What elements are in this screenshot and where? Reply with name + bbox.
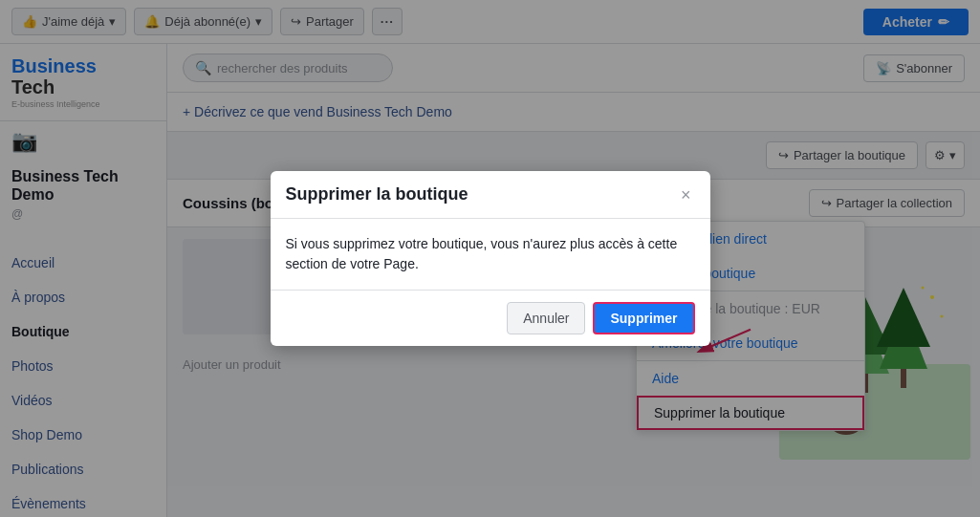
modal-header: Supprimer la boutique × xyxy=(271,171,710,219)
page-wrapper: 👍 J'aime déjà ▾ 🔔 Déjà abonné(e) ▾ ↪ Par… xyxy=(0,0,980,517)
delete-button[interactable]: Supprimer xyxy=(593,302,694,334)
delete-shop-modal: Supprimer la boutique × Si vous supprime… xyxy=(271,171,710,346)
modal-title: Supprimer la boutique xyxy=(286,184,468,205)
modal-overlay: Supprimer la boutique × Si vous supprime… xyxy=(0,0,980,517)
modal-body: Si vous supprimez votre boutique, vous n… xyxy=(271,219,710,290)
modal-footer: Annuler Supprimer xyxy=(271,290,710,346)
modal-close-button[interactable]: × xyxy=(677,186,695,204)
cancel-button[interactable]: Annuler xyxy=(507,302,585,334)
